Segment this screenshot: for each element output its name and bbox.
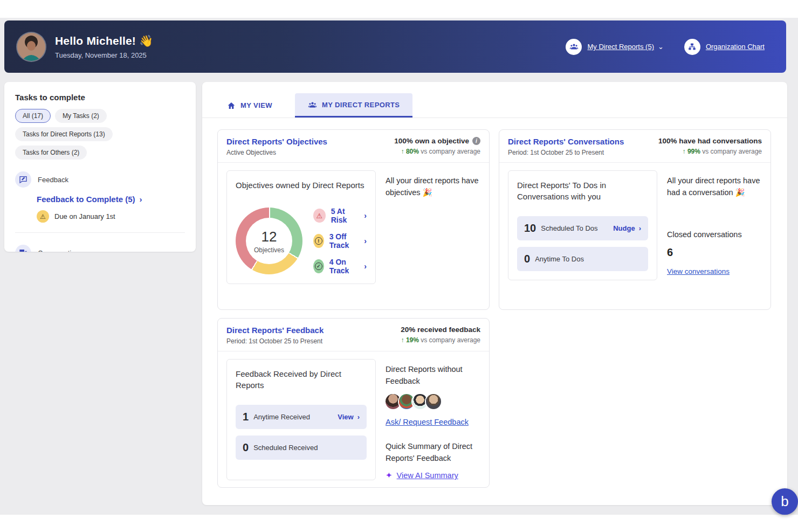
feedback-card-title[interactable]: Direct Reports' Feedback <box>226 326 324 335</box>
tasks-title: Tasks to complete <box>15 93 185 102</box>
feedback-card-subtitle: Period: 1st October 25 to Present <box>226 337 324 345</box>
my-direct-reports-label: My Direct Reports (5) <box>587 43 654 51</box>
objectives-panel-title: Objectives owned by Direct Reports <box>236 179 367 191</box>
legend-off-track[interactable]: ! 3 Off Track › <box>313 232 367 250</box>
objectives-card-subtitle: Active Objectives <box>226 149 327 156</box>
view-ai-summary-link[interactable]: View AI Summary <box>397 471 458 480</box>
at-risk-label: 5 At Risk <box>331 207 359 224</box>
scheduled-todos-row[interactable]: 10 Scheduled To Dos Nudge › <box>517 216 648 240</box>
arrow-up-icon: ↑ <box>683 148 686 155</box>
greeting-text: Hello Michelle! 👋 <box>55 34 153 47</box>
feedback-panel-title: Feedback Received by Direct Reports <box>236 368 367 391</box>
scheduled-received-row[interactable]: 0 Scheduled Received <box>236 436 367 460</box>
feedback-task-group: Feedback Feedback to Complete (5) › ⚠ Du… <box>15 171 185 233</box>
anytime-received-row[interactable]: 1 Anytime Received View › <box>236 405 367 429</box>
avatar-image <box>17 33 45 61</box>
off-track-icon: ! <box>313 234 324 248</box>
avatar[interactable] <box>426 394 441 409</box>
feedback-delta-value: 19% <box>406 336 419 344</box>
donut-legend: ⚠ 5 At Risk › ! 3 Off Track › ✓ 4 On Tra… <box>313 207 367 275</box>
feedback-received-panel: Feedback Received by Direct Reports 1 An… <box>226 359 376 480</box>
chevron-right-icon: › <box>364 237 367 245</box>
arrow-up-icon: ↑ <box>401 336 404 344</box>
scheduled-todos-label: Scheduled To Dos <box>541 224 597 232</box>
info-icon[interactable]: i <box>472 137 480 145</box>
objectives-card: Direct Reports' Objectives Active Object… <box>217 129 490 310</box>
home-icon <box>227 101 236 110</box>
tab-my-view-label: MY VIEW <box>240 101 272 109</box>
tab-my-direct-reports-label: MY DIRECT REPORTS <box>322 101 400 109</box>
nudge-button[interactable]: Nudge › <box>613 224 641 232</box>
task-filter-chips: All (17) My Tasks (2) Tasks for Direct R… <box>15 109 185 160</box>
conversations-card-title[interactable]: Direct Reports' Conversations <box>508 137 624 146</box>
objectives-card-title[interactable]: Direct Reports' Objectives <box>226 137 327 146</box>
view-button[interactable]: View › <box>338 413 360 421</box>
organization-chart-label: Organization Chart <box>706 43 765 51</box>
quick-summary-title: Quick Summary of Direct Reports' Feedbac… <box>386 441 480 465</box>
chip-tasks-direct-reports[interactable]: Tasks for Direct Reports (13) <box>15 127 113 141</box>
view-label: View <box>338 413 353 421</box>
conversations-icon <box>15 245 31 252</box>
objectives-donut-chart[interactable]: 12 Objectives <box>236 208 302 274</box>
feedback-card: Direct Reports' Feedback Period: 1st Oct… <box>217 318 490 488</box>
conversations-group-label: Conversations <box>38 249 82 252</box>
tab-my-direct-reports[interactable]: MY DIRECT REPORTS <box>295 93 413 118</box>
divider <box>15 232 185 233</box>
objectives-donut-panel: Objectives owned by Direct Reports 12 Ob… <box>226 170 376 284</box>
chevron-right-icon: › <box>364 211 367 220</box>
todos-panel: Direct Reports' To Dos in Conversations … <box>508 170 657 280</box>
legend-at-risk[interactable]: ⚠ 5 At Risk › <box>313 207 367 224</box>
donut-total-label: Objectives <box>254 246 284 254</box>
org-chart-icon <box>684 39 700 55</box>
chevron-right-icon: › <box>140 195 142 204</box>
anytime-received-count: 1 <box>243 411 249 423</box>
legend-on-track[interactable]: ✓ 4 On Track › <box>313 258 367 275</box>
top-header: Hello Michelle! 👋 Tuesday, November 18, … <box>4 20 786 73</box>
ask-request-feedback-link[interactable]: Ask/ Request Feedback <box>386 418 469 426</box>
feedback-group-label: Feedback <box>38 176 68 184</box>
scheduled-todos-count: 10 <box>524 222 536 234</box>
chip-all[interactable]: All (17) <box>15 109 51 123</box>
tasks-sidebar: Tasks to complete All (17) My Tasks (2) … <box>4 82 196 252</box>
my-direct-reports-menu[interactable]: My Direct Reports (5) ⌄ <box>566 39 663 55</box>
chevron-right-icon: › <box>357 413 360 421</box>
on-track-label: 4 On Track <box>329 258 359 275</box>
nudge-label: Nudge <box>613 224 635 232</box>
feedback-to-complete-link[interactable]: Feedback to Complete (5) › <box>37 195 185 204</box>
organization-chart-link[interactable]: Organization Chart <box>684 39 765 55</box>
conversations-delta-value: 99% <box>687 148 700 155</box>
chip-tasks-others[interactable]: Tasks for Others (2) <box>15 146 87 160</box>
avatar[interactable] <box>412 394 428 409</box>
divider <box>202 118 787 118</box>
anytime-todos-row[interactable]: 0 Anytime To Dos <box>517 247 648 271</box>
arrow-up-icon: ↑ <box>401 148 404 155</box>
chip-my-tasks[interactable]: My Tasks (2) <box>55 109 107 123</box>
feedback-due-row: ⚠ Due on January 1st <box>37 210 185 223</box>
conversations-card-subtitle: Period: 1st October 25 to Present <box>508 149 624 156</box>
conversations-message: All your direct reports have had a conve… <box>667 175 762 199</box>
user-avatar[interactable] <box>17 33 45 61</box>
feedback-icon <box>15 171 31 188</box>
feedback-due-text: Due on January 1st <box>54 212 115 220</box>
bob-logo-button[interactable]: b <box>772 488 798 515</box>
objectives-delta-value: 80% <box>406 148 419 155</box>
tab-my-view[interactable]: MY VIEW <box>217 93 282 118</box>
direct-reports-avatars <box>386 394 480 409</box>
main-panel: MY VIEW MY DIRECT REPORTS Direct Reports… <box>202 82 787 505</box>
avatar[interactable] <box>399 394 414 409</box>
avatar[interactable] <box>386 394 401 409</box>
conversations-task-group: Conversations Conversations to Close (12… <box>15 245 185 252</box>
donut-total-value: 12 <box>262 229 277 245</box>
warning-icon: ⚠ <box>37 210 49 223</box>
people-icon <box>308 100 317 109</box>
view-conversations-link[interactable]: View conversations <box>667 267 730 275</box>
on-track-icon: ✓ <box>313 259 324 273</box>
feedback-stat-text: 20% received feedback <box>401 326 480 334</box>
anytime-todos-label: Anytime To Dos <box>535 255 584 263</box>
chevron-right-icon: › <box>364 262 367 271</box>
bob-logo-letter: b <box>781 493 788 510</box>
view-tabs: MY VIEW MY DIRECT REPORTS <box>217 93 787 118</box>
todos-panel-title: Direct Reports' To Dos in Conversations … <box>517 179 648 202</box>
conversations-delta-suffix: vs company average <box>702 148 762 155</box>
scheduled-received-label: Scheduled Received <box>253 444 318 452</box>
